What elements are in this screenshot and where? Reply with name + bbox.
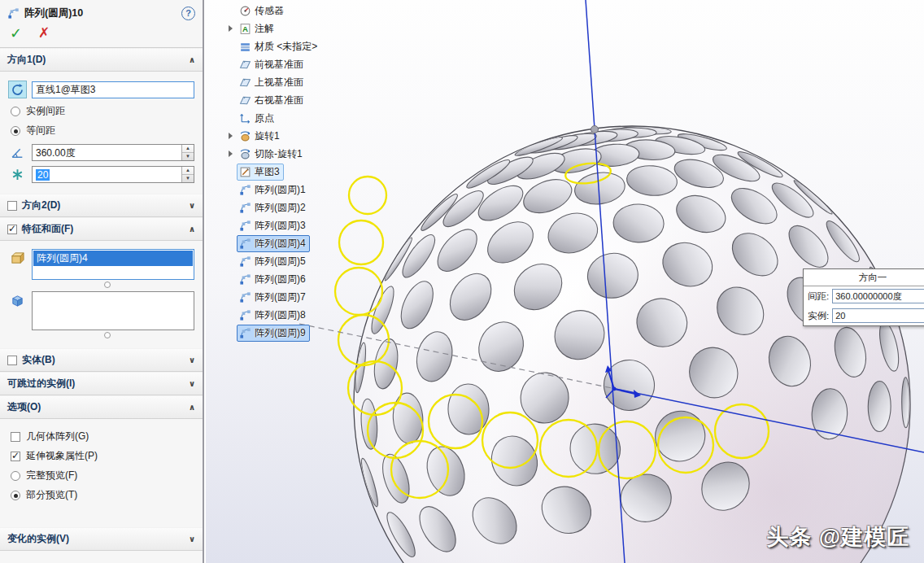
- section-features-faces-header[interactable]: 特征和面(F) ∧: [0, 217, 203, 241]
- section-direction1-header[interactable]: 方向1(D) ∧: [0, 48, 203, 72]
- selected-value[interactable]: 20: [36, 169, 50, 181]
- angle-icon: [8, 143, 27, 161]
- instance-count-icon: [8, 165, 27, 183]
- option-geometry-pattern[interactable]: 几何体阵列(G): [11, 430, 194, 443]
- spinner-down-icon[interactable]: ▼: [182, 175, 194, 182]
- option-full-preview[interactable]: 完整预览(F): [11, 469, 194, 482]
- count-spinner[interactable]: ▲ ▼: [181, 167, 194, 182]
- section-label: 选项(O): [7, 400, 41, 414]
- tree-item[interactable]: 阵列(圆周)4: [226, 234, 364, 252]
- cirpattern-icon: [239, 255, 251, 268]
- tree-item-label: 原点: [255, 111, 274, 125]
- tree-item-label: 阵列(圆周)6: [255, 273, 306, 286]
- tree-item[interactable]: 前视基准面: [226, 55, 364, 73]
- svg-text:A: A: [242, 24, 248, 33]
- option-propagate-visual[interactable]: 延伸视象属性(P): [11, 449, 194, 463]
- selected-feature-item[interactable]: 阵列(圆周)4: [33, 251, 193, 266]
- section-skip-instances-header[interactable]: 可跳过的实例(I) ∨: [0, 372, 203, 395]
- instance-label: 实例:: [808, 310, 829, 322]
- graphics-area[interactable]: 传感器A注解材质 <未指定>前视基准面上视基准面右视基准面原点旋转1切除-旋转1…: [206, 0, 924, 563]
- section-label: 变化的实例(V): [7, 532, 69, 546]
- tree-item-label: 上视基准面: [255, 76, 303, 89]
- plane-icon: [239, 76, 251, 89]
- tree-item[interactable]: 阵列(圆周)8: [226, 306, 364, 324]
- faces-listbox[interactable]: [32, 291, 194, 330]
- tree-item[interactable]: 草图3: [226, 163, 364, 181]
- cirpattern-icon: [239, 220, 251, 232]
- section-direction2-header[interactable]: 方向2(D) ∨: [0, 194, 203, 217]
- tree-item-label: 材质 <未指定>: [255, 40, 317, 54]
- radio-icon-selected[interactable]: [11, 491, 20, 500]
- help-icon[interactable]: ?: [181, 7, 195, 20]
- angle-input[interactable]: 360.00度 ▲ ▼: [32, 144, 194, 161]
- tree-item[interactable]: 阵列(圆周)3: [226, 216, 364, 234]
- direction2-checkbox[interactable]: [7, 201, 17, 211]
- checkbox-icon[interactable]: [11, 432, 20, 442]
- tree-item-label: 阵列(圆周)2: [255, 201, 306, 215]
- radio-equal-spacing[interactable]: 等间距: [11, 124, 194, 137]
- expand-arrow-icon[interactable]: [226, 25, 235, 32]
- radio-icon-selected[interactable]: [11, 126, 20, 136]
- spinner-down-icon[interactable]: ▼: [182, 153, 194, 160]
- tree-item[interactable]: 右视基准面: [226, 91, 364, 109]
- radio-instance-spacing[interactable]: 实例间距: [11, 104, 194, 118]
- tree-item[interactable]: A注解: [226, 20, 364, 37]
- features-to-pattern-icon: [8, 249, 27, 267]
- spacing-label: 间距:: [808, 290, 829, 303]
- radio-icon[interactable]: [11, 471, 20, 481]
- tree-item[interactable]: 原点: [226, 109, 364, 127]
- tree-item[interactable]: 阵列(圆周)7: [226, 288, 364, 306]
- expand-arrow-icon[interactable]: [226, 151, 235, 157]
- section-label: 方向2(D): [22, 199, 60, 212]
- tree-item[interactable]: 上视基准面: [226, 73, 364, 91]
- tree-item[interactable]: 阵列(圆周)5: [226, 252, 364, 270]
- callout-spacing-input[interactable]: 360.00000000度 ▲ ▼: [832, 289, 924, 303]
- tree-item[interactable]: 阵列(圆周)6: [226, 270, 364, 288]
- axis-top-node: [591, 126, 599, 133]
- option-partial-preview[interactable]: 部分预览(T): [11, 488, 194, 502]
- spinner-up-icon[interactable]: ▲: [182, 167, 194, 175]
- pattern-axis-input[interactable]: 直线1@草图3: [32, 81, 194, 98]
- radio-icon[interactable]: [11, 107, 20, 116]
- faces-to-pattern-icon: [8, 291, 27, 309]
- angle-spinner[interactable]: ▲ ▼: [181, 145, 194, 160]
- tree-item[interactable]: 阵列(圆周)1: [226, 181, 364, 199]
- annotations-icon: A: [239, 23, 251, 35]
- direction1-body: 直线1@草图3 实例间距 等间距 360.00度 ▲ ▼: [0, 72, 203, 194]
- tree-item-label: 阵列(圆周)5: [255, 255, 306, 268]
- tree-item[interactable]: 阵列(圆周)2: [226, 199, 364, 216]
- tree-item-label: 注解: [255, 22, 274, 36]
- chevron-down-icon: ∨: [189, 379, 195, 388]
- expand-arrow-icon[interactable]: [226, 133, 235, 139]
- chevron-up-icon: ∧: [189, 403, 195, 412]
- callout-instance-input[interactable]: 20 ▲ ▼: [832, 308, 924, 323]
- panel-header: 阵列(圆周)10 ?: [0, 0, 203, 24]
- bodies-checkbox[interactable]: [7, 356, 17, 365]
- tree-item[interactable]: 传感器: [226, 2, 364, 20]
- section-bodies-header[interactable]: 实体(B) ∨: [0, 348, 203, 372]
- ok-button[interactable]: ✓: [10, 24, 22, 42]
- tree-item[interactable]: 切除-旋转1: [226, 145, 364, 163]
- material-icon: [239, 41, 251, 53]
- tree-item[interactable]: 旋转1: [226, 127, 364, 145]
- checkbox-icon-checked[interactable]: [11, 452, 20, 461]
- cancel-button[interactable]: ✗: [38, 24, 50, 42]
- cirpattern-icon: [239, 309, 251, 321]
- features-listbox[interactable]: 阵列(圆周)4: [32, 249, 194, 280]
- section-varied-instances-header[interactable]: 变化的实例(V) ∨: [0, 527, 203, 551]
- section-label: 特征和面(F): [22, 222, 73, 236]
- features-faces-checkbox[interactable]: [7, 225, 17, 234]
- section-label: 实体(B): [22, 353, 55, 367]
- instance-count-input[interactable]: 20 ▲ ▼: [32, 166, 194, 183]
- listbox-resize-handle[interactable]: [104, 332, 111, 338]
- spinner-up-icon[interactable]: ▲: [182, 145, 194, 153]
- chevron-down-icon: ∨: [189, 356, 195, 364]
- listbox-resize-handle[interactable]: [104, 282, 111, 288]
- plane-icon: [239, 59, 251, 71]
- tree-item[interactable]: 阵列(圆周)9: [226, 324, 364, 342]
- tree-item[interactable]: 材质 <未指定>: [226, 37, 364, 55]
- tree-item-label: 旋转1: [255, 129, 280, 143]
- cut-revolve-icon: [239, 148, 251, 160]
- section-options-header[interactable]: 选项(O) ∧: [0, 395, 203, 419]
- tree-item-label: 阵列(圆周)9: [255, 326, 306, 340]
